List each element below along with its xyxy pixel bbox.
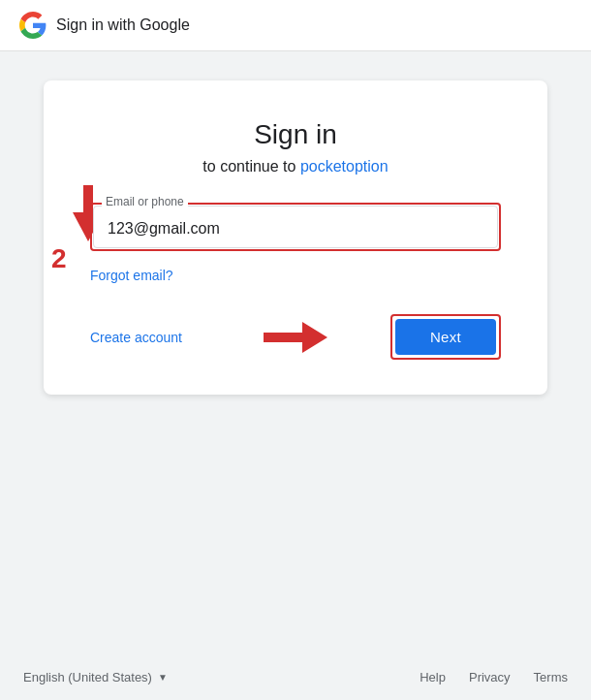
signin-card: 2 Sign in to continue to pocketoption Em… — [44, 80, 547, 395]
subtitle-text: to continue to — [202, 158, 296, 175]
forgot-email-link[interactable]: Forgot email? — [90, 268, 173, 283]
step-number-label: 2 — [51, 243, 67, 274]
create-account-link[interactable]: Create account — [90, 330, 182, 345]
top-bar-title: Sign in with Google — [56, 16, 190, 34]
footer-links: Help Privacy Terms — [420, 670, 568, 684]
right-arrow-annotation — [264, 322, 327, 353]
email-label: Email or phone — [102, 195, 188, 208]
card-actions: Create account Next — [90, 314, 501, 360]
signin-subtitle: to continue to pocketoption — [90, 158, 501, 175]
chevron-down-icon: ▼ — [158, 672, 168, 683]
next-button-wrapper: Next — [390, 314, 501, 360]
google-logo-icon — [19, 12, 47, 39]
email-input-wrapper: Email or phone — [90, 203, 501, 251]
signin-title: Sign in — [90, 119, 501, 150]
right-arrow-head — [302, 322, 327, 353]
language-selector[interactable]: English (United States) ▼ — [23, 670, 168, 684]
next-button[interactable]: Next — [395, 319, 496, 355]
privacy-link[interactable]: Privacy — [469, 670, 511, 684]
terms-link[interactable]: Terms — [534, 670, 568, 684]
pocketoption-link[interactable]: pocketoption — [300, 158, 389, 175]
language-label: English (United States) — [23, 670, 152, 684]
right-arrow-shaft — [264, 333, 302, 342]
top-bar: Sign in with Google — [0, 0, 591, 51]
footer: English (United States) ▼ Help Privacy T… — [0, 654, 591, 700]
email-input[interactable] — [93, 206, 498, 248]
help-link[interactable]: Help — [420, 670, 446, 684]
